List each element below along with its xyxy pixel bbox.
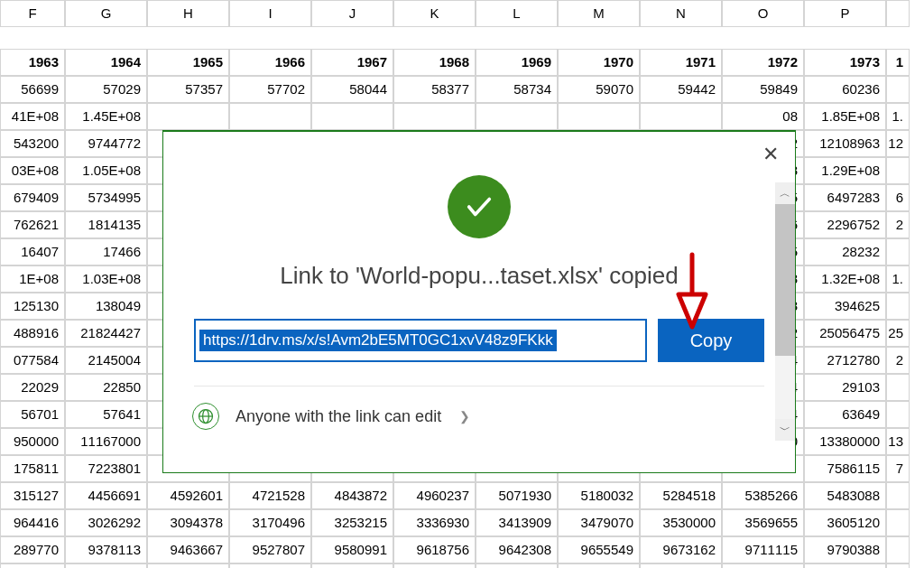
cell[interactable]: 63649 xyxy=(804,401,886,428)
cell[interactable]: 3413909 xyxy=(476,509,558,536)
cell[interactable] xyxy=(393,103,476,130)
cell[interactable] xyxy=(640,103,722,130)
cell[interactable]: 13 xyxy=(886,428,910,455)
column-header[interactable]: J xyxy=(311,0,393,27)
cell[interactable]: 16407 xyxy=(0,238,65,265)
cell[interactable]: 2911665 xyxy=(558,563,640,568)
cell[interactable]: 2585961 xyxy=(65,563,147,568)
cell[interactable]: 3094378 xyxy=(147,509,229,536)
cell[interactable]: 2735308 xyxy=(311,563,393,568)
column-header[interactable]: P xyxy=(804,0,886,27)
cell[interactable]: 1.45E+08 xyxy=(65,103,147,130)
cell[interactable] xyxy=(147,103,229,130)
cell[interactable]: 1. xyxy=(886,265,910,293)
cell[interactable]: 3569655 xyxy=(722,509,804,536)
cell[interactable]: 57641 xyxy=(65,401,147,428)
cell[interactable] xyxy=(476,103,558,130)
cell[interactable]: 60236 xyxy=(804,76,886,103)
cell[interactable]: 1. xyxy=(886,103,910,130)
cell[interactable]: 3605120 xyxy=(804,509,886,536)
cell[interactable]: 175811 xyxy=(0,455,65,482)
cell[interactable]: 56699 xyxy=(0,76,65,103)
cell[interactable]: 1971 xyxy=(640,49,722,76)
cell[interactable]: 9378113 xyxy=(65,536,147,563)
cell[interactable]: 58734 xyxy=(476,76,558,103)
cell[interactable]: 1965 xyxy=(147,49,229,76)
cell[interactable]: 9790388 xyxy=(804,536,886,563)
cell[interactable]: 394625 xyxy=(804,293,886,320)
cell[interactable] xyxy=(886,76,910,103)
cell[interactable] xyxy=(886,238,910,265)
cell[interactable]: 762621 xyxy=(0,211,65,238)
cell[interactable] xyxy=(886,509,910,536)
cell[interactable]: 5071930 xyxy=(476,482,558,509)
cell[interactable]: 28232 xyxy=(804,238,886,265)
cell[interactable]: 1 xyxy=(886,49,910,76)
cell[interactable]: 9744772 xyxy=(65,130,147,157)
share-link-input[interactable]: https://1drv.ms/x/s!Avm2bE5MT0GC1xvV48z9… xyxy=(194,319,647,362)
cell[interactable]: 3170496 xyxy=(229,509,311,536)
cell[interactable]: 2296752 xyxy=(804,211,886,238)
cell[interactable]: 1970 xyxy=(558,49,640,76)
cell[interactable]: 59070 xyxy=(558,76,640,103)
cell[interactable]: 3113681 xyxy=(804,563,886,568)
cell[interactable]: 41E+08 xyxy=(0,103,65,130)
cell[interactable] xyxy=(886,374,910,401)
cell[interactable]: 25056475 xyxy=(804,320,886,347)
cell[interactable]: 29103 xyxy=(804,374,886,401)
cell[interactable]: 5284518 xyxy=(640,482,722,509)
column-header[interactable]: F xyxy=(0,0,65,27)
dialog-scrollbar[interactable]: ︿ ﹀ xyxy=(775,182,795,441)
cell[interactable]: 289770 xyxy=(0,536,65,563)
cell[interactable]: 7223801 xyxy=(65,455,147,482)
cell[interactable]: 9527807 xyxy=(229,536,311,563)
cell[interactable]: 9463667 xyxy=(147,536,229,563)
cell[interactable]: 4456691 xyxy=(65,482,147,509)
cell[interactable]: 125130 xyxy=(0,293,65,320)
cell[interactable]: 57702 xyxy=(229,76,311,103)
cell[interactable]: 679409 xyxy=(0,184,65,211)
cell[interactable]: 542864 xyxy=(0,563,65,568)
cell[interactable]: 2974180 xyxy=(640,563,722,568)
cell[interactable]: 315127 xyxy=(0,482,65,509)
cell[interactable]: 59442 xyxy=(640,76,722,103)
cell[interactable]: 9580991 xyxy=(311,536,393,563)
copy-button[interactable]: Copy xyxy=(658,319,764,362)
column-header[interactable]: H xyxy=(147,0,229,27)
cell[interactable] xyxy=(229,103,311,130)
column-header[interactable]: L xyxy=(476,0,558,27)
cell[interactable] xyxy=(886,401,910,428)
cell[interactable]: 17466 xyxy=(65,238,147,265)
cell[interactable]: 077584 xyxy=(0,347,65,374)
cell[interactable]: 1967 xyxy=(311,49,393,76)
cell[interactable]: 1.29E+08 xyxy=(804,157,886,184)
cell[interactable]: 2850574 xyxy=(476,563,558,568)
cell[interactable]: 2 xyxy=(886,347,910,374)
cell[interactable]: 1.32E+08 xyxy=(804,265,886,293)
cell[interactable]: 1972 xyxy=(722,49,804,76)
cell[interactable] xyxy=(311,103,393,130)
cell[interactable]: 138049 xyxy=(65,293,147,320)
cell[interactable]: 3479070 xyxy=(558,509,640,536)
cell[interactable]: 2682159 xyxy=(229,563,311,568)
cell[interactable]: 5734995 xyxy=(65,184,147,211)
cell[interactable]: 03E+08 xyxy=(0,157,65,184)
cell[interactable]: 7 xyxy=(886,455,910,482)
cell[interactable]: 5483088 xyxy=(804,482,886,509)
cell[interactable]: 4843872 xyxy=(311,482,393,509)
cell[interactable]: 2791548 xyxy=(393,563,476,568)
cell[interactable]: 3336930 xyxy=(393,509,476,536)
cell[interactable] xyxy=(886,482,910,509)
cell[interactable]: 1.05E+08 xyxy=(65,157,147,184)
cell[interactable]: 2712780 xyxy=(804,347,886,374)
cell[interactable]: 1814135 xyxy=(65,211,147,238)
cell[interactable]: 3026292 xyxy=(65,509,147,536)
cell[interactable] xyxy=(886,293,910,320)
column-header[interactable]: K xyxy=(393,0,476,27)
cell[interactable]: 9655549 xyxy=(558,536,640,563)
cell[interactable]: 1968 xyxy=(393,49,476,76)
column-header[interactable]: G xyxy=(65,0,147,27)
cell[interactable]: 13380000 xyxy=(804,428,886,455)
scroll-up-icon[interactable]: ︿ xyxy=(775,182,795,204)
cell[interactable]: 1963 xyxy=(0,49,65,76)
